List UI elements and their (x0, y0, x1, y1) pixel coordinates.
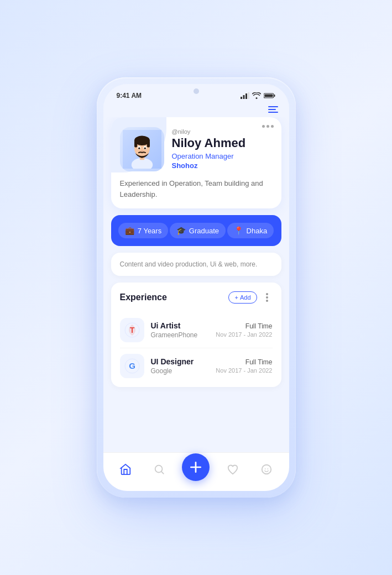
skills-text: Content and video production, Ui & web, … (120, 260, 273, 268)
experience-item-google: G UI Designer Google Full Time Nov 2017 … (120, 348, 273, 378)
profile-bio: Experienced in Operation, Team building … (120, 178, 273, 200)
svg-rect-5 (274, 95, 275, 97)
svg-point-26 (267, 468, 268, 469)
svg-point-18 (140, 150, 143, 152)
profile-role: Operation Manager (172, 152, 273, 160)
status-time: 9:41 AM (117, 92, 142, 100)
stats-bar: 💼 7 Years 🎓 Graduate 📍 Dhaka (111, 215, 281, 246)
avatar (120, 127, 164, 171)
hamburger-menu[interactable] (268, 106, 278, 113)
svg-rect-13 (147, 140, 149, 147)
scroll-content[interactable]: @niloy Niloy Ahmed Operation Manager Sho… (103, 117, 289, 463)
grameenphone-logo: T (120, 318, 144, 342)
phone-notch (163, 84, 229, 100)
svg-point-24 (262, 464, 271, 474)
wifi-icon (252, 92, 261, 99)
stat-location: 📍 Dhaka (227, 223, 274, 238)
battery-icon (264, 92, 276, 99)
stat-education-label: Graduate (189, 227, 219, 235)
svg-rect-12 (134, 140, 137, 147)
exp-details-grameenphone: Ui Artist GrameenPhone (151, 321, 210, 339)
exp-company-2: Google (151, 367, 210, 375)
profile-card: @niloy Niloy Ahmed Operation Manager Sho… (111, 117, 281, 208)
add-icon (189, 460, 203, 474)
add-experience-button[interactable]: + Add (228, 291, 257, 304)
phone-screen: 9:41 AM (103, 84, 289, 491)
svg-text:G: G (129, 361, 135, 370)
exp-type-1: Full Time (216, 322, 272, 330)
svg-point-17 (144, 148, 145, 150)
bottom-nav (103, 452, 289, 491)
experience-title: Experience (120, 292, 167, 302)
avatar-illustration (123, 130, 161, 169)
smiley-icon (260, 463, 273, 475)
briefcase-icon: 💼 (125, 226, 134, 235)
stat-location-label: Dhaka (247, 227, 268, 235)
location-icon: 📍 (234, 226, 243, 235)
stat-experience-label: 7 Years (138, 227, 161, 235)
nav-favorites[interactable] (222, 458, 244, 480)
svg-rect-6 (264, 95, 273, 97)
svg-point-16 (138, 148, 140, 150)
svg-rect-3 (248, 92, 249, 99)
profile-company: Shohoz (172, 161, 273, 170)
profile-top: @niloy Niloy Ahmed Operation Manager Sho… (120, 127, 273, 171)
stat-experience: 💼 7 Years (118, 223, 168, 238)
svg-rect-1 (243, 95, 244, 99)
menu-bar (103, 104, 289, 117)
google-icon: G (124, 358, 140, 374)
search-icon (153, 463, 165, 475)
profile-name: Niloy Ahmed (172, 136, 273, 150)
exp-details-google: UI Designer Google (151, 357, 210, 375)
exp-title-1: Ui Artist (151, 321, 210, 330)
profile-handle: @niloy (172, 128, 273, 135)
svg-point-25 (265, 468, 266, 469)
experience-section-header: Experience + Add (120, 291, 273, 304)
skills-section: Content and video production, Ui & web, … (111, 253, 281, 276)
exp-company-1: GrameenPhone (151, 331, 210, 339)
exp-meta-1: Full Time Nov 2017 - Jan 2022 (216, 322, 272, 338)
section-actions: + Add (228, 291, 272, 304)
nav-search[interactable] (148, 458, 170, 480)
exp-title-2: UI Designer (151, 357, 210, 366)
signal-icon (241, 92, 249, 99)
svg-text:T: T (129, 326, 134, 334)
heart-icon (227, 463, 239, 475)
google-logo: G (120, 354, 144, 378)
profile-info: @niloy Niloy Ahmed Operation Manager Sho… (172, 127, 273, 170)
home-icon (119, 463, 132, 475)
status-icons (241, 92, 276, 99)
svg-rect-2 (245, 93, 247, 99)
add-label: Add (240, 294, 251, 301)
nav-profile[interactable] (255, 458, 278, 480)
graduation-icon: 🎓 (176, 226, 186, 235)
exp-date-1: Nov 2017 - Jan 2022 (216, 331, 272, 338)
experience-more-button[interactable] (262, 292, 273, 303)
add-icon: + (234, 294, 238, 301)
experience-item-grameenphone: T Ui Artist GrameenPhone Full Time Nov 2… (120, 312, 273, 348)
svg-rect-0 (241, 97, 242, 99)
experience-section: Experience + Add (111, 283, 281, 387)
phone-frame: 9:41 AM (97, 77, 296, 498)
nav-home[interactable] (114, 458, 137, 480)
nav-add-button[interactable] (182, 453, 210, 481)
exp-date-2: Nov 2017 - Jan 2022 (216, 367, 272, 374)
exp-meta-2: Full Time Nov 2017 - Jan 2022 (216, 358, 272, 374)
stat-education: 🎓 Graduate (170, 223, 226, 238)
telenor-icon: T (124, 322, 140, 338)
exp-type-2: Full Time (216, 358, 272, 366)
